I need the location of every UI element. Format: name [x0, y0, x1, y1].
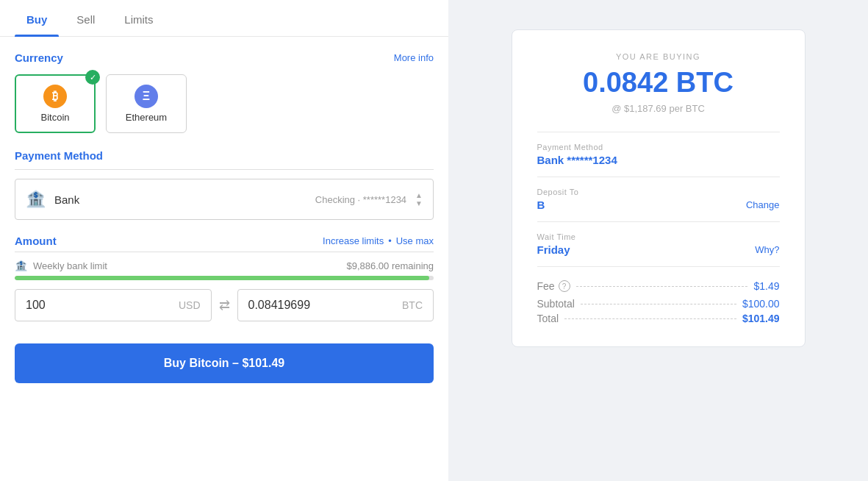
total-row: Total $101.49: [537, 313, 780, 324]
subtotal-row: Subtotal $100.00: [537, 295, 780, 313]
usd-input-box: USD: [15, 289, 212, 321]
pm-divider: [15, 169, 434, 170]
currency-card-eth[interactable]: Ξ Ethereum: [106, 74, 187, 133]
divider-1: [537, 132, 780, 132]
summary-wait-value: Friday: [537, 243, 570, 256]
payment-method-title: Payment Method: [15, 149, 434, 162]
change-link[interactable]: Change: [746, 199, 780, 210]
total-dotted: [564, 318, 736, 319]
why-link[interactable]: Why?: [755, 244, 779, 255]
separator: •: [388, 235, 392, 246]
summary-deposit-row: B Change: [537, 199, 780, 211]
bank-icon: 🏦: [26, 190, 46, 209]
pm-detail: Checking · ******1234: [315, 194, 406, 205]
currency-section-header: Currency More info: [15, 51, 434, 64]
amount-inputs: USD ⇄ BTC: [15, 289, 434, 321]
subtotal-label: Subtotal: [537, 298, 575, 310]
amount-links: Increase limits • Use max: [323, 235, 434, 246]
btc-amount-large: 0.0842 BTC: [537, 67, 780, 99]
swap-icon: ⇄: [219, 297, 230, 313]
tab-buy[interactable]: Buy: [15, 0, 59, 36]
fee-label: Fee ?: [537, 280, 570, 292]
amount-header: Amount Increase limits • Use max: [15, 235, 434, 247]
right-panel: YOU ARE BUYING 0.0842 BTC @ $1,187.69 pe…: [448, 0, 868, 481]
total-label: Total: [537, 313, 559, 324]
fee-row: Fee ? $1.49: [537, 277, 780, 295]
selected-check-icon: ✓: [85, 70, 100, 85]
btc-currency-label: BTC: [402, 299, 423, 311]
btc-input-box: BTC: [237, 289, 434, 321]
currency-title: Currency: [15, 51, 63, 64]
divider-2: [537, 177, 780, 177]
tab-sell[interactable]: Sell: [65, 0, 107, 36]
limit-bar: [15, 276, 434, 280]
main-content: Currency More info ✓ ₿ Bitcoin Ξ Ethereu…: [0, 37, 448, 481]
currency-card-btc[interactable]: ✓ ₿ Bitcoin: [15, 74, 96, 133]
subtotal-dotted: [581, 304, 736, 304]
btc-label: Bitcoin: [40, 112, 69, 123]
bank-limit-row: 🏦 Weekly bank limit $9,886.00 remaining: [15, 260, 434, 271]
summary-wait-row: Friday Why?: [537, 243, 780, 256]
summary-deposit-label: Deposit To: [537, 188, 780, 196]
fee-dotted: [576, 286, 748, 287]
total-value: $101.49: [742, 313, 780, 324]
payment-method-section: Payment Method 🏦 Bank Checking · ******1…: [15, 149, 434, 220]
summary-pm-value: Bank ******1234: [537, 154, 780, 166]
eth-label: Ethereum: [126, 112, 167, 123]
summary-card: YOU ARE BUYING 0.0842 BTC @ $1,187.69 pe…: [512, 29, 806, 347]
payment-method-selector[interactable]: 🏦 Bank Checking · ******1234 ▲ ▼: [15, 179, 434, 220]
pm-name: Bank: [54, 193, 79, 206]
bank-limit-left: 🏦 Weekly bank limit: [15, 260, 107, 271]
amount-divider: [15, 252, 434, 252]
usd-currency-label: USD: [179, 299, 201, 311]
pm-left: 🏦 Bank: [26, 190, 79, 209]
more-info-link[interactable]: More info: [394, 52, 434, 63]
subtotal-value: $100.00: [742, 298, 780, 310]
btc-price-label: @ $1,187.69 per BTC: [537, 103, 780, 114]
amount-title: Amount: [15, 235, 57, 247]
summary-payment-method: Payment Method Bank ******1234: [537, 143, 780, 166]
summary-pm-label: Payment Method: [537, 143, 780, 152]
summary-deposit-to: Deposit To B Change: [537, 188, 780, 211]
increase-limits-link[interactable]: Increase limits: [323, 235, 384, 246]
bank-limit-label: Weekly bank limit: [33, 260, 107, 271]
btc-input[interactable]: [248, 299, 388, 312]
fee-value: $1.49: [753, 280, 779, 292]
tabs-container: Buy Sell Limits: [0, 0, 448, 37]
you-are-buying-label: YOU ARE BUYING: [537, 52, 780, 61]
summary-deposit-value: B: [537, 199, 545, 211]
usd-input[interactable]: [26, 299, 165, 312]
currency-cards: ✓ ₿ Bitcoin Ξ Ethereum: [15, 74, 434, 133]
bank-icon-small: 🏦: [15, 260, 27, 271]
use-max-link[interactable]: Use max: [396, 235, 434, 246]
limit-bar-fill: [15, 276, 429, 280]
summary-wait-label: Wait Time: [537, 232, 780, 241]
fee-help-icon[interactable]: ?: [559, 280, 570, 292]
divider-3: [537, 221, 780, 222]
amount-section: Amount Increase limits • Use max 🏦 Weekl…: [15, 235, 434, 321]
divider-4: [537, 266, 780, 267]
fee-text: Fee: [537, 280, 555, 292]
bank-limit-remaining: $9,886.00 remaining: [346, 260, 434, 271]
left-panel: Buy Sell Limits Currency More info ✓ ₿ B…: [0, 0, 448, 481]
eth-icon: Ξ: [134, 85, 158, 108]
btc-icon: ₿: [43, 85, 67, 108]
pm-chevron-icon: ▲ ▼: [415, 191, 423, 207]
tab-limits[interactable]: Limits: [112, 0, 165, 36]
buy-button[interactable]: Buy Bitcoin – $101.49: [15, 343, 434, 383]
summary-wait-time: Wait Time Friday Why?: [537, 232, 780, 256]
